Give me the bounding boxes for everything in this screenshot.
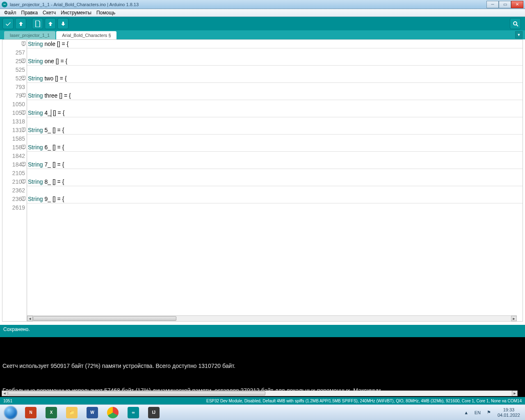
- taskbar-app-intellij[interactable]: IJ: [144, 406, 164, 420]
- svg-point-0: [514, 22, 517, 25]
- clock[interactable]: 19:33 04.01.2022: [495, 407, 523, 418]
- code-line[interactable]: [27, 100, 523, 109]
- tab-laser-projector[interactable]: laser_projector_1_1: [4, 31, 55, 39]
- fold-toggle[interactable]: +: [22, 93, 25, 97]
- code-line[interactable]: String three [] = {: [27, 91, 523, 100]
- taskbar-app-explorer[interactable]: 📁: [62, 406, 82, 420]
- output-console[interactable]: Скетч использует 950917 байт (72%) памят…: [0, 337, 525, 397]
- line-number-gutter: 1+257258+525526+793794+10501051+13181319…: [2, 40, 27, 321]
- verify-button[interactable]: [2, 18, 14, 29]
- menu-file[interactable]: Файл: [2, 9, 19, 16]
- menu-sketch[interactable]: Скетч: [40, 9, 58, 16]
- code-area[interactable]: String nole [] = {String one [] = {Strin…: [27, 40, 523, 321]
- code-line[interactable]: String 7_ [] = {: [27, 160, 523, 169]
- minimize-button[interactable]: ─: [486, 1, 499, 8]
- serial-monitor-button[interactable]: [510, 18, 521, 29]
- code-line[interactable]: String 4_ [] = {: [27, 109, 523, 117]
- status-strip: Сохранено.: [0, 325, 525, 337]
- console-scroll-left[interactable]: ◄: [2, 390, 7, 396]
- upload-button[interactable]: [15, 18, 26, 29]
- fold-toggle[interactable]: +: [22, 196, 25, 200]
- taskbar-app-chrome[interactable]: [103, 406, 123, 420]
- windows-taskbar: N X 📁 W ∞ IJ ▲ EN ⚑ 19:33 04.01.2022: [0, 404, 525, 420]
- fold-toggle[interactable]: +: [22, 59, 25, 62]
- taskbar-app-excel[interactable]: X: [41, 406, 61, 420]
- code-line[interactable]: [27, 135, 523, 143]
- status-saved-label: Сохранено.: [3, 326, 30, 332]
- board-info: ESP32 Dev Module, Disabled, Default 4MB …: [12, 399, 522, 403]
- console-horizontal-scrollbar[interactable]: ◄ ►: [2, 390, 518, 396]
- arduino-status-bar: 1051 ESP32 Dev Module, Disabled, Default…: [0, 397, 525, 404]
- maximize-button[interactable]: ▭: [499, 1, 511, 8]
- clock-date: 04.01.2022: [498, 413, 520, 418]
- editor-horizontal-scrollbar[interactable]: ◄ ►: [27, 315, 517, 321]
- code-editor[interactable]: 1+257258+525526+793794+10501051+13181319…: [2, 39, 523, 322]
- fold-toggle[interactable]: +: [22, 76, 25, 80]
- code-line[interactable]: [27, 48, 523, 57]
- tab-bar: laser_projector_1_1 Arial_Bold_Character…: [0, 30, 525, 39]
- code-line[interactable]: [27, 186, 523, 195]
- windows-orb-icon: [4, 406, 17, 419]
- code-line[interactable]: [27, 203, 523, 212]
- taskbar-app-arduino[interactable]: ∞: [123, 406, 143, 420]
- window-titlebar: ∞ laser_projector_1_1 - Arial_Bold_Chara…: [0, 0, 525, 9]
- start-button[interactable]: [1, 406, 21, 420]
- console-line: Скетч использует 950917 байт (72%) памят…: [2, 362, 523, 370]
- system-tray: ▲ EN ⚑ 19:33 04.01.2022: [463, 407, 524, 418]
- code-line[interactable]: String 6_ [] = {: [27, 143, 523, 152]
- fold-toggle[interactable]: +: [22, 162, 25, 166]
- fold-toggle[interactable]: +: [22, 145, 25, 148]
- code-line[interactable]: [27, 66, 523, 74]
- taskbar-app-onenote[interactable]: N: [21, 406, 41, 420]
- code-line[interactable]: [27, 83, 523, 91]
- code-line[interactable]: String 5_ [] = {: [27, 126, 523, 135]
- taskbar-app-word[interactable]: W: [82, 406, 102, 420]
- scroll-thumb[interactable]: [33, 316, 176, 321]
- menu-tools[interactable]: Инструменты: [58, 9, 94, 16]
- window-title: laser_projector_1_1 - Arial_Bold_Charact…: [10, 2, 486, 7]
- code-line[interactable]: [27, 117, 523, 126]
- code-line[interactable]: [27, 152, 523, 160]
- scroll-left-arrow[interactable]: ◄: [27, 316, 33, 321]
- action-center-icon[interactable]: ⚑: [486, 410, 492, 415]
- code-line[interactable]: String two [] = {: [27, 74, 523, 83]
- menu-edit[interactable]: Правка: [19, 9, 41, 16]
- open-button[interactable]: [45, 18, 56, 29]
- cursor-line-indicator: 1051: [3, 399, 12, 403]
- tray-expand-icon[interactable]: ▲: [463, 410, 469, 415]
- scroll-right-arrow[interactable]: ►: [511, 316, 517, 321]
- code-line[interactable]: [27, 169, 523, 178]
- fold-toggle[interactable]: +: [22, 128, 25, 131]
- code-line[interactable]: String 9_ [] = {: [27, 195, 523, 203]
- console-scroll-right[interactable]: ►: [512, 390, 518, 396]
- save-button[interactable]: [57, 18, 68, 29]
- clock-time: 19:33: [498, 407, 520, 413]
- fold-toggle[interactable]: +: [22, 41, 25, 45]
- code-line[interactable]: String one [] = {: [27, 57, 523, 66]
- tab-arial-bold-characters[interactable]: Arial_Bold_Characters §: [56, 31, 116, 39]
- new-button[interactable]: [32, 18, 43, 29]
- menu-bar: Файл Правка Скетч Инструменты Помощь: [0, 9, 525, 17]
- menu-help[interactable]: Помощь: [94, 9, 118, 16]
- arduino-app-icon: ∞: [2, 2, 7, 7]
- fold-toggle[interactable]: +: [22, 179, 25, 183]
- tab-dropdown-button[interactable]: ▼: [515, 31, 523, 39]
- language-indicator[interactable]: EN: [472, 407, 483, 418]
- toolbar: [0, 17, 525, 30]
- fold-toggle[interactable]: +: [22, 110, 25, 114]
- close-button[interactable]: ✕: [511, 1, 523, 8]
- code-line[interactable]: String nole [] = {: [27, 40, 523, 48]
- console-scroll-thumb[interactable]: [8, 391, 265, 395]
- code-line[interactable]: String 8_ [] = {: [27, 178, 523, 186]
